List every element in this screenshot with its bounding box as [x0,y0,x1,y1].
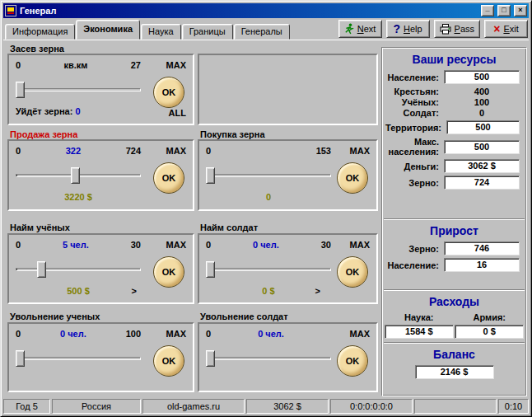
sow-ok-button[interactable]: OK [153,77,184,108]
science-expense: Наука: 1584 $ [384,312,455,339]
pass-label: Pass [455,24,474,34]
sell-max-button[interactable]: MAX [166,146,186,156]
sell-slider[interactable] [16,166,141,185]
maximize-button[interactable]: □ [497,5,511,16]
sow-max-button[interactable]: MAX [166,60,186,70]
buy-max-button[interactable]: MAX [350,146,370,156]
balance-section: Баланс 2146 $ [384,343,525,396]
resource-row: Крестьян: 400 [385,87,520,96]
population-label: Население: [385,73,439,82]
window-title: Генерал [19,6,478,16]
buy-slider[interactable] [206,166,331,185]
hire-sci-slider[interactable] [16,260,141,279]
runner-icon [344,23,354,35]
x-icon: × [493,24,500,34]
hire-sol-cost: 0 $ [206,286,331,296]
buy-cost: 0 [206,192,331,202]
tab-economy[interactable]: Экономика [76,20,140,40]
status-empty [414,399,497,414]
exit-button[interactable]: × Exit [484,20,528,38]
resources-sidebar: Ваши ресурсы Население: 500 Крестьян: 40… [381,47,527,396]
slider-track [206,268,331,271]
status-time: 0:10 [498,399,529,414]
hire-sci-step-arrow[interactable]: > [132,286,137,296]
exit-label: Exit [503,24,518,34]
peasants-label: Крестьян: [385,87,439,96]
sell-ok-button[interactable]: OK [153,162,184,194]
tab-science[interactable]: Наука [141,24,181,40]
money-label: Деньги: [385,162,439,171]
slider-thumb[interactable] [16,350,25,367]
soldiers-label: Солдат: [385,108,439,118]
fire-sci-scale-labels: 0 0 чел. 100 [16,329,141,339]
economy-page: Засев зерна 0 кв.км 27 MAX OK Уйдёт зерн… [3,40,529,399]
scale-current: 5 чел. [63,240,89,250]
slider-thumb[interactable] [206,350,215,367]
scientists-label: Учёных: [385,97,439,107]
pass-button[interactable]: Pass [434,20,480,38]
question-icon: ? [393,24,400,34]
slider-thumb[interactable] [206,261,215,278]
sow-slider[interactable] [16,80,141,100]
hire-sci-max-button[interactable]: MAX [166,240,186,250]
fire-soldiers-title: Увольнение солдат [200,312,288,321]
grain-growth-label: Зерно: [385,244,439,254]
army-expense: Армия: 0 $ [455,312,525,339]
peasants-value: 400 [444,87,520,96]
hire-sol-ok-button[interactable]: OK [337,256,368,288]
slider-thumb[interactable] [37,261,46,278]
status-country: Россия [52,399,141,414]
territory-value: 500 [446,120,520,134]
resources-section: Ваши ресурсы Население: 500 Крестьян: 40… [384,48,525,219]
next-button[interactable]: Next [338,20,382,38]
territory-label: Территория: [385,123,441,133]
hire-sci-ok-button[interactable]: OK [153,256,184,288]
expenses-section: Расходы Наука: 1584 $ Армия: 0 $ [384,290,525,343]
sow-all-button[interactable]: ALL [169,108,186,118]
max-population-label: Макс. населения: [385,137,439,157]
hire-sol-max-button[interactable]: MAX [350,240,370,250]
science-value: 1584 $ [385,325,454,339]
growth-header: Прирост [384,224,525,237]
buy-ok-button[interactable]: OK [337,162,368,194]
app-icon [5,5,16,16]
sell-panel-title: Продажа зерна [10,129,77,139]
population-growth-label: Население: [385,260,439,270]
status-money: 3062 $ [246,399,329,414]
tab-information[interactable]: Информация [5,24,75,40]
slider-thumb[interactable] [16,82,25,98]
close-button[interactable]: × [514,5,527,16]
scale-min: 0 [16,240,21,250]
fire-sol-max-button[interactable]: MAX [350,329,370,339]
fire-sci-slider[interactable] [16,349,141,368]
tab-strip: Информация Экономика Наука Границы Генер… [5,20,291,40]
fire-sci-max-button[interactable]: MAX [166,329,186,339]
resources-header: Ваши ресурсы [384,53,525,66]
sow-result-row: Уйдёт зерна: 0 [16,106,81,116]
slider-thumb[interactable] [206,167,215,184]
expenses-columns: Наука: 1584 $ Армия: 0 $ [384,312,525,339]
app-window: Генерал _ □ × Информация Экономика Наука… [0,0,532,417]
slider-thumb[interactable] [71,167,80,184]
grain-value: 724 [444,176,520,190]
hire-sci-cost: 500 $ [16,286,141,296]
balance-value: 2146 $ [415,365,494,379]
sell-revenue: 3220 $ [16,192,141,202]
fire-sci-ok-button[interactable]: OK [153,345,184,377]
minimize-button[interactable]: _ [481,5,494,16]
fire-soldiers-panel: 0 0 чел. MAX OK [198,322,378,392]
resource-row: Территория: 500 [385,120,520,134]
hire-sol-slider[interactable] [206,260,331,279]
sow-panel-title: Засев зерна [10,44,64,54]
tab-generals[interactable]: Генералы [234,24,290,40]
fire-sol-ok-button[interactable]: OK [337,345,368,377]
fire-scientists-panel: 0 0 чел. 100 MAX OK [7,322,194,392]
fire-sol-slider[interactable] [206,349,331,368]
help-button[interactable]: ? Help [386,20,430,38]
scientists-value: 100 [444,97,520,107]
fire-sol-scale-labels: 0 0 чел. [206,329,331,339]
grain-growth-value: 746 [444,241,520,255]
hire-sol-step-arrow[interactable]: > [315,286,320,296]
tab-borders[interactable]: Границы [182,24,233,40]
status-bar: Год 5 Россия old-games.ru 3062 $ 0:0:0:0… [3,399,529,414]
